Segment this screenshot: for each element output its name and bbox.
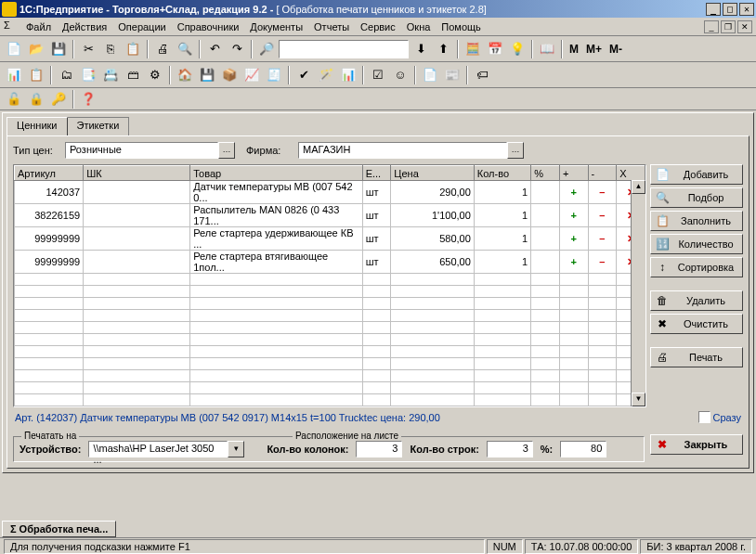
menu-refs[interactable]: Справочники <box>172 19 245 34</box>
tb2-9-icon[interactable]: 💾 <box>197 65 217 85</box>
tb2-13-icon[interactable]: ✔ <box>293 65 314 85</box>
tb2-20-icon[interactable]: 🏷 <box>472 65 492 85</box>
tool-b-icon[interactable]: ⬆ <box>433 39 453 59</box>
quantity-button[interactable]: 🔢Количество <box>650 234 743 254</box>
firm-picker-button[interactable]: … <box>507 142 524 159</box>
menu-reports[interactable]: Отчеты <box>308 19 355 34</box>
table-row[interactable] <box>15 382 645 394</box>
table-row[interactable] <box>15 346 645 358</box>
tb2-1-icon[interactable]: 📊 <box>4 65 24 85</box>
tool-a-icon[interactable]: ⬇ <box>411 39 431 59</box>
fill-button[interactable]: 📋Заполнить <box>650 211 743 231</box>
table-row[interactable]: 142037Датчик температуры MB (007 542 0..… <box>15 181 645 204</box>
tb2-2-icon[interactable]: 📋 <box>26 65 46 85</box>
grid-col-7[interactable]: + <box>559 166 588 181</box>
grid-col-3[interactable]: Е... <box>362 166 391 181</box>
grid-col-1[interactable]: ШК <box>84 166 190 181</box>
grid-col-9[interactable]: X <box>617 166 645 181</box>
close-form-button[interactable]: ✖Закрыть <box>650 434 743 455</box>
task-tab[interactable]: ΣОбработка печа... <box>2 521 116 537</box>
device-dropdown-button[interactable]: ▾ <box>228 441 244 457</box>
print-icon[interactable]: 🖨 <box>152 39 173 59</box>
tb2-4-icon[interactable]: 📑 <box>78 65 98 85</box>
calendar-icon[interactable]: 📅 <box>485 39 505 59</box>
table-row[interactable] <box>15 310 645 322</box>
tb2-7-icon[interactable]: ⚙ <box>145 65 165 85</box>
tb2-18-icon[interactable]: 📄 <box>420 65 440 85</box>
help-icon[interactable]: ❓ <box>78 89 98 110</box>
undo-icon[interactable]: ↶ <box>204 39 225 59</box>
paste-icon[interactable]: 📋 <box>123 39 143 59</box>
scroll-down-button[interactable]: ▼ <box>632 393 645 406</box>
tb2-14-icon[interactable]: 🪄 <box>316 65 336 85</box>
new-icon[interactable]: 📄 <box>4 39 24 59</box>
table-row[interactable] <box>15 334 645 346</box>
pct-field[interactable]: 80 <box>560 441 606 457</box>
scroll-up-button[interactable]: ▲ <box>632 180 645 194</box>
copy-icon[interactable]: ⎘ <box>100 39 121 59</box>
table-row[interactable] <box>15 322 645 334</box>
table-row[interactable] <box>15 286 645 298</box>
tb2-15-icon[interactable]: 📊 <box>338 65 358 85</box>
menu-actions[interactable]: Действия <box>57 19 112 34</box>
cut-icon[interactable]: ✂ <box>78 39 98 59</box>
device-field[interactable]: \\masha\HP LaserJet 3050 ... <box>88 441 228 457</box>
tips-icon[interactable]: 💡 <box>507 39 528 59</box>
menu-windows[interactable]: Окна <box>401 19 437 34</box>
tb2-5-icon[interactable]: 📇 <box>100 65 121 85</box>
price-type-field[interactable]: Розничные <box>65 142 218 159</box>
minimize-button[interactable]: _ <box>706 3 721 16</box>
period-m[interactable]: M <box>567 43 581 56</box>
redo-icon[interactable]: ↷ <box>227 39 247 59</box>
save-icon[interactable]: 💾 <box>48 39 69 59</box>
rows-field[interactable]: 3 <box>487 441 533 457</box>
grid-col-4[interactable]: Цена <box>391 166 475 181</box>
now-checkbox[interactable]: Сразу <box>698 411 741 423</box>
tb2-3-icon[interactable]: 🗂 <box>56 65 76 85</box>
tb3-2-icon[interactable]: 🔒 <box>26 89 46 110</box>
table-row[interactable] <box>15 358 645 370</box>
period-mplus[interactable]: M+ <box>583 43 605 56</box>
close-button[interactable]: ✕ <box>739 3 754 16</box>
maximize-button[interactable]: □ <box>723 3 737 16</box>
pick-button[interactable]: 🔍Подбор <box>650 187 743 208</box>
menu-file[interactable]: Файл <box>20 19 57 34</box>
menu-service[interactable]: Сервис <box>355 19 401 34</box>
mdi-close-button[interactable]: ✕ <box>737 20 752 33</box>
calculator-icon[interactable]: 🧮 <box>463 39 483 59</box>
tb2-12-icon[interactable]: 🧾 <box>264 65 284 85</box>
cols-field[interactable]: 3 <box>356 441 402 457</box>
price-type-picker-button[interactable]: … <box>218 142 235 159</box>
mdi-restore-button[interactable]: ❐ <box>721 20 736 33</box>
table-row[interactable]: 38226159Распылитель MAN 0826 (0 433 171.… <box>15 204 645 227</box>
tb2-17-icon[interactable]: ☺ <box>390 65 411 85</box>
grid-col-6[interactable]: % <box>531 166 560 181</box>
tab-price-tags[interactable]: Ценники <box>7 117 68 135</box>
period-mminus[interactable]: M- <box>606 43 625 56</box>
menu-operations[interactable]: Операции <box>112 19 171 34</box>
grid-col-8[interactable]: - <box>588 166 617 181</box>
open-icon[interactable]: 📂 <box>26 39 46 59</box>
menu-help[interactable]: Помощь <box>436 19 487 34</box>
items-grid[interactable]: АртикулШКТоварЕ...ЦенаКол-во%+-X 142037Д… <box>13 164 646 407</box>
table-row[interactable] <box>15 406 645 408</box>
table-row[interactable]: 99999999Реле стартера втягивающее 1пол..… <box>15 251 645 274</box>
tb2-10-icon[interactable]: 📦 <box>219 65 240 85</box>
grid-col-2[interactable]: Товар <box>190 166 362 181</box>
grid-col-0[interactable]: Артикул <box>15 166 84 181</box>
table-row[interactable]: 99999999Реле стартера удерживающее КВ ..… <box>15 227 645 251</box>
delete-button[interactable]: 🗑Удалить <box>650 290 743 311</box>
firm-field[interactable]: МАГАЗИН <box>298 142 507 159</box>
find-icon[interactable]: 🔎 <box>256 39 277 59</box>
add-button[interactable]: 📄Добавить <box>650 164 743 185</box>
book-icon[interactable]: 📖 <box>537 39 557 59</box>
menu-docs[interactable]: Документы <box>244 19 308 34</box>
tb2-11-icon[interactable]: 📈 <box>241 65 262 85</box>
sort-button[interactable]: ↕Сортировка <box>650 257 743 277</box>
tb3-3-icon[interactable]: 🔑 <box>48 89 69 110</box>
table-row[interactable] <box>15 274 645 286</box>
grid-col-5[interactable]: Кол-во <box>474 166 530 181</box>
grid-scrollbar[interactable]: ▲ ▼ <box>631 180 645 406</box>
table-row[interactable] <box>15 370 645 382</box>
table-row[interactable] <box>15 394 645 406</box>
